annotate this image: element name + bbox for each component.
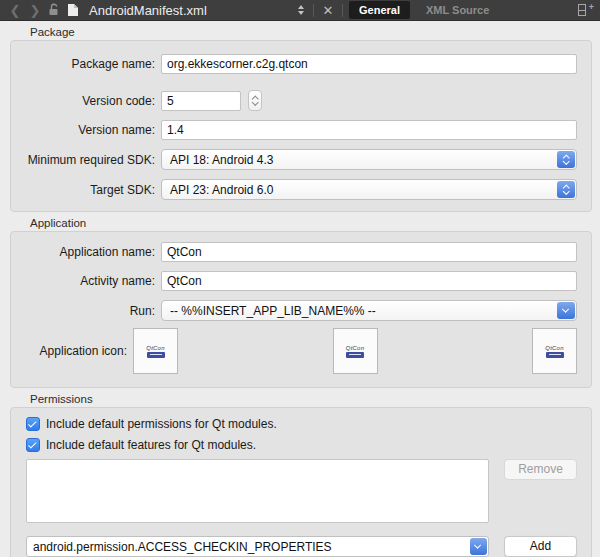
run-dropdown[interactable]: -- %%INSERT_APP_LIB_NAME%% -- [161, 300, 577, 321]
split-new-window-icon[interactable]: + [576, 3, 594, 18]
permission-combobox[interactable]: android.permission.ACCESS_CHECKIN_PROPER… [26, 536, 489, 557]
version-code-label: Version code: [23, 94, 161, 108]
remove-permission-button[interactable]: Remove [504, 459, 577, 480]
add-permission-button[interactable]: Add [504, 536, 577, 557]
qtcon-logo: QtCon [545, 345, 563, 351]
activity-name-label: Activity name: [23, 274, 161, 288]
version-name-label: Version name: [23, 123, 161, 137]
dropdown-arrow-icon [470, 538, 487, 555]
package-name-input[interactable] [161, 54, 577, 74]
app-icon-medium-dpi-button[interactable]: QtCon [333, 328, 378, 374]
version-code-stepper[interactable] [248, 90, 262, 111]
run-label: Run: [23, 304, 161, 318]
package-name-label: Package name: [23, 57, 161, 71]
permissions-groupbox: Include default permissions for Qt modul… [10, 407, 592, 557]
open-document-title[interactable]: AndroidManifest.xml [85, 3, 289, 18]
target-sdk-label: Target SDK: [23, 183, 161, 197]
include-default-features-checkbox[interactable] [26, 438, 40, 452]
androidmanifest-editor: { "titlebar": { "title": "AndroidManifes… [0, 0, 600, 557]
include-default-permissions-label: Include default permissions for Qt modul… [46, 417, 277, 431]
tab-xml-source[interactable]: XML Source [416, 1, 499, 19]
target-sdk-dropdown[interactable]: API 23: Android 6.0 [161, 179, 577, 200]
lock-icon[interactable] [48, 3, 61, 17]
dropdown-arrows-icon [557, 181, 575, 198]
package-section-label: Package [30, 26, 600, 38]
document-icon [67, 3, 79, 17]
dropdown-arrow-icon [557, 302, 575, 319]
check-icon [28, 419, 36, 427]
application-name-label: Application name: [23, 245, 161, 259]
include-default-features-label: Include default features for Qt modules. [46, 438, 256, 452]
package-groupbox: Package name: Version code: Version name… [10, 40, 592, 212]
qtcon-logo-badge [346, 352, 364, 358]
app-icon-low-dpi-button[interactable]: QtCon [133, 328, 178, 374]
permissions-section-label: Permissions [30, 393, 600, 405]
qtcon-logo: QtCon [146, 345, 164, 351]
qtcon-logo-badge [546, 352, 564, 358]
dropdown-arrows-icon [557, 151, 575, 168]
application-icon-label: Application icon: [23, 344, 133, 358]
min-sdk-dropdown[interactable]: API 18: Android 4.3 [161, 149, 577, 170]
include-default-permissions-checkbox[interactable] [26, 417, 40, 431]
target-sdk-value: API 23: Android 6.0 [170, 183, 273, 197]
titlebar-separator [342, 4, 343, 17]
close-icon[interactable]: ✕ [320, 3, 336, 18]
tab-general[interactable]: General [349, 1, 410, 19]
document-switcher-icon[interactable] [295, 5, 307, 15]
permission-combobox-value: android.permission.ACCESS_CHECKIN_PROPER… [33, 540, 332, 554]
forward-icon[interactable]: ❯ [28, 0, 42, 21]
qtcon-logo: QtCon [346, 345, 364, 351]
permissions-list[interactable] [26, 459, 489, 523]
application-section-label: Application [30, 217, 600, 229]
editor-titlebar: ❮ ❯ AndroidManifest.xml ✕ General XML So… [0, 0, 600, 21]
app-icon-high-dpi-button[interactable]: QtCon [532, 328, 577, 374]
min-sdk-value: API 18: Android 4.3 [170, 153, 273, 167]
check-icon [28, 440, 36, 448]
version-code-input[interactable] [161, 91, 241, 111]
application-name-input[interactable] [161, 242, 577, 262]
min-sdk-label: Minimum required SDK: [23, 153, 161, 167]
titlebar-separator [313, 4, 314, 17]
application-groupbox: Application name: Activity name: Run: --… [10, 231, 592, 388]
back-icon[interactable]: ❮ [8, 0, 22, 21]
activity-name-input[interactable] [161, 271, 577, 291]
version-name-input[interactable] [161, 120, 577, 140]
qtcon-logo-badge [147, 352, 165, 358]
run-value: -- %%INSERT_APP_LIB_NAME%% -- [170, 304, 376, 318]
